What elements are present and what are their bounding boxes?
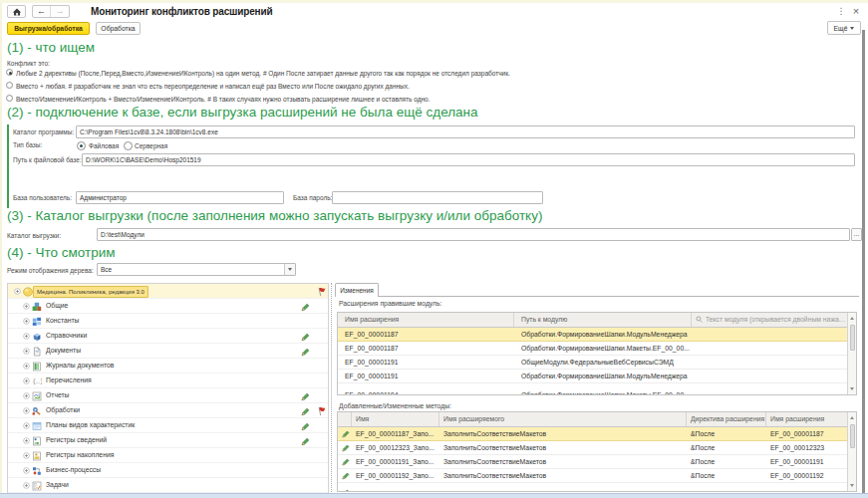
column-header-extended-name[interactable]: Имя расширяемого [439,412,687,426]
unload-process-button[interactable]: Выгрузка/обработка [7,22,90,35]
base-password-input[interactable] [332,191,543,204]
tree-mode-select[interactable]: Все [97,263,296,276]
tree-row-enums[interactable]: Перечисления [8,374,328,388]
tree-row-common[interactable]: Общие [8,299,328,314]
tree-row-charts-of-characteristic-types[interactable]: Планы видов характеристик [8,418,328,433]
modules-table-scrollbar[interactable] [847,313,856,394]
process-button[interactable]: Обработка [96,22,141,35]
table-row[interactable]: EF_00_00001191_Запо... ЗаполнитьСоответс… [338,455,856,469]
common-objects-icon [32,302,42,312]
base-type-server-radio[interactable] [124,141,133,150]
window-top-edge [0,0,868,3]
scroll-up-icon[interactable] [850,416,854,419]
conflict-option1-radio[interactable] [6,69,13,76]
home-button[interactable] [7,5,26,18]
tree-item-label: Обработки [46,403,80,418]
tree-row-information-registers[interactable]: Регистры сведений [8,433,328,448]
expand-icon[interactable] [14,288,21,295]
column-header-module-text[interactable]: Текст модуля (открывается двойным нажати… [692,313,847,327]
table-row[interactable]: EF_00_00001194_Запо... ЗаполнитьСоответс… [338,483,856,492]
tree-row-constants[interactable]: Константы [8,314,328,329]
scrollbar-thumb[interactable] [850,325,855,351]
flag-icon [317,406,327,416]
scroll-down-icon[interactable] [850,387,854,390]
table-row[interactable]: EF_00_00001191 ОбщиеМодули.ФедеральныеВе… [338,356,856,370]
kebab-menu-icon[interactable]: ⋮ [836,5,846,18]
chevron-down-icon [850,27,854,30]
close-icon[interactable]: × [849,4,863,18]
pencil-icon [300,436,310,446]
expand-icon[interactable] [23,467,30,474]
column-header-extension-name[interactable]: Имя расширения [338,313,514,327]
cell-method-name: EF_00_00012323_Запо... [352,441,439,454]
cell-module-path: Обработки.ФормированиеШапки.МодульМенедж… [514,370,847,382]
expand-icon[interactable] [23,363,30,370]
expand-icon[interactable] [23,303,30,310]
expand-icon[interactable] [23,333,30,340]
expand-icon[interactable] [23,482,30,489]
expand-icon[interactable] [23,437,30,444]
forward-button[interactable]: → [51,6,69,17]
tree-item-label: Перечисления [46,374,92,388]
scrollbar-thumb[interactable] [850,424,855,448]
column-header-module-path[interactable]: Путь к модулю [514,313,692,327]
tree-row-reports[interactable]: Отчеты [8,388,328,403]
search-icon [696,316,704,324]
methods-table: Имя Имя расширяемого Директива расширени… [337,411,857,492]
conflict-option2-radio[interactable] [6,82,13,89]
tree-row-tasks[interactable]: Задачи [8,478,328,493]
program-dir-label: Каталог программы: [13,128,74,136]
expand-icon[interactable] [23,452,30,459]
tree-row-accumulation-registers[interactable]: Регистры накопления [8,448,328,463]
base-type-file-radio[interactable] [77,141,86,150]
tree-mode-dropdown-button[interactable] [284,264,295,275]
expand-icon[interactable] [23,348,30,355]
scroll-down-icon[interactable] [850,484,854,487]
tree-row-catalogs[interactable]: Справочники [8,329,328,344]
forward-arrow-icon: → [56,7,65,16]
base-path-input[interactable]: D:\WORK\1C\BASE\Demo\Hosp201519 [82,153,855,166]
table-row[interactable]: EF_00_00001187 Обработки.ФормированиеШап… [338,328,856,342]
expand-icon[interactable] [23,392,30,399]
methods-table-scrollbar[interactable] [847,412,856,491]
back-button[interactable]: ← [33,6,51,17]
browse-button[interactable]: ... [851,228,862,241]
tree-row-configuration[interactable]: Медицина. Поликлиника, редакция 3.0 [8,284,328,299]
table-row[interactable]: EF_00_00001191 Обработки.ФормированиеШап… [338,370,856,383]
methods-table-label: Добавленные/Измененные методы: [339,402,451,409]
cell-extended-method: ЗаполнитьСоответствиеМакетов [439,441,687,454]
table-row[interactable]: EF_00_00001187 Обработки.ФормированиеШап… [338,342,856,356]
expand-icon[interactable] [23,407,30,414]
pencil-icon [300,347,310,357]
changes-panel: Изменения Расширения правившие модуль: И… [335,283,859,494]
tab-changes[interactable]: Изменения [335,283,379,297]
tree-row-documents[interactable]: Документы [8,344,328,359]
program-dir-input[interactable]: C:\Program Files\1cv8\8.3.24.1808\bin\1c… [76,125,855,138]
table-row[interactable]: EF_00_00001192_Запо... ЗаполнитьСоответс… [338,469,856,483]
column-header-icon[interactable] [338,412,352,426]
table-row[interactable]: EF_00_00001187_Запо... ЗаполнитьСоответс… [338,427,856,441]
table-row[interactable]: EF_00_00001194 Обработки.ФормированиеШап… [338,383,856,395]
expand-icon[interactable] [23,318,30,325]
table-row[interactable]: EF_00_00012323_Запо... ЗаполнитьСоответс… [338,441,856,455]
unload-dir-input[interactable]: D:\test\Модули [97,228,850,241]
section4-heading: (4) - Что смотрим [7,245,116,261]
tree-row-document-journals[interactable]: Журналы документов [8,359,328,374]
expand-icon[interactable] [23,422,30,429]
conflict-option3-radio[interactable] [6,95,13,102]
column-header-name[interactable]: Имя [352,412,439,426]
column-header-directive[interactable]: Директива расширения [687,412,766,426]
form-scrollbar-track[interactable] [862,30,865,493]
column-header-extension-name[interactable]: Имя расширения [766,412,847,426]
tree-row-dataprocessors[interactable]: Обработки [8,403,328,418]
expand-icon[interactable] [23,377,30,384]
scroll-up-icon[interactable] [850,317,854,320]
base-user-input[interactable]: Администратор [76,191,284,204]
tree-item-label: Константы [46,314,79,329]
cell-extended-method: ЗаполнитьСоответствиеМакетов [439,483,687,492]
pencil-icon [341,471,350,480]
tree-row-business-processes[interactable]: Бизнес-процессы [8,463,328,478]
more-button[interactable]: Ещё [827,21,861,35]
panel-splitter[interactable] [331,283,332,494]
tree-item-label: Справочники [46,329,87,344]
